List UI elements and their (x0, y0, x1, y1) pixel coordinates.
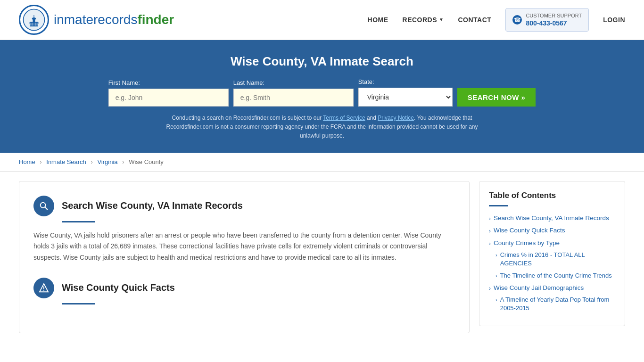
section1-title: Search Wise County, VA Inmate Records (62, 200, 243, 211)
disclaimer-text: Conducting a search on Recordsfinder.com… (157, 114, 487, 141)
svg-rect-11 (30, 24, 38, 24)
svg-rect-13 (30, 25, 38, 25)
section1-body: Wise County, VA jails hold prisoners aft… (33, 230, 455, 263)
toc-link-crimes-by-type[interactable]: › County Crimes by Type (489, 239, 615, 248)
customer-support-box: ☎ CUSTOMER SUPPORT 800-433-0567 (505, 8, 589, 32)
breadcrumb-home[interactable]: Home (19, 158, 35, 165)
toc-link-demographics[interactable]: › Wise County Jail Demographics (489, 284, 615, 293)
breadcrumb-sep3: › (122, 158, 124, 165)
section-inmate-records: Search Wise County, VA Inmate Records Wi… (33, 196, 455, 263)
sidebar: Table of Contents › Search Wise County, … (479, 181, 625, 333)
svg-rect-3 (29, 23, 39, 24)
toc-link-timeline[interactable]: › The Timeline of the County Crime Trend… (495, 272, 615, 280)
last-name-input[interactable] (233, 89, 354, 107)
chevron-right-icon: › (489, 285, 491, 293)
main-nav: HOME RECORDS ▼ CONTACT ☎ CUSTOMER SUPPOR… (368, 8, 625, 32)
search-form: First Name: Last Name: State: Virginia A… (19, 78, 625, 107)
chevron-right-icon: › (489, 227, 491, 235)
toc-sub-list-2: › A Timeline of Yearly Data Pop Total fr… (489, 296, 615, 313)
chevron-down-icon: ▼ (439, 17, 444, 22)
state-select[interactable]: Virginia Alabama Alaska Arizona Arkansas… (358, 88, 453, 107)
toc-title: Table of Contents (489, 191, 615, 200)
nav-login[interactable]: LOGIN (603, 16, 625, 24)
toc-item-4: › Wise County Jail Demographics › A Time… (489, 284, 615, 313)
toc-list: › Search Wise County, VA Inmate Records … (489, 214, 615, 313)
section-quick-facts: Wise County Quick Facts (33, 278, 455, 304)
toc-sub-item-1: › Crimes % in 2016 - TOTAL ALL AGENCIES (495, 251, 615, 268)
breadcrumb-sep2: › (91, 158, 92, 165)
search-section-icon (33, 196, 54, 216)
alert-section-icon (33, 278, 54, 298)
page-title: Wise County, VA Inmate Search (19, 54, 625, 69)
chevron-right-icon: › (489, 215, 491, 223)
toc-sub-item-2: › The Timeline of the County Crime Trend… (495, 272, 615, 280)
breadcrumb-county: Wise County (129, 158, 164, 165)
customer-support-phone: 800-433-0567 (526, 19, 582, 27)
phone-icon: ☎ (512, 15, 522, 25)
main-container: Search Wise County, VA Inmate Records Wi… (0, 172, 644, 343)
header: inmaterecordsfinder HOME RECORDS ▼ CONTA… (0, 0, 644, 40)
nav-home[interactable]: HOME (368, 16, 388, 24)
chevron-right-icon: › (495, 252, 497, 259)
breadcrumb-inmate-search[interactable]: Inmate Search (46, 158, 86, 165)
nav-contact[interactable]: CONTACT (458, 16, 491, 24)
toc-divider (489, 205, 508, 206)
breadcrumb-virginia[interactable]: Virginia (97, 158, 117, 165)
toc-sub-item-3: › A Timeline of Yearly Data Pop Total fr… (495, 296, 615, 313)
toc-link-inmate-records[interactable]: › Search Wise County, VA Inmate Records (489, 214, 615, 223)
state-group: State: Virginia Alabama Alaska Arizona A… (358, 78, 453, 107)
toc-link-crimes-2016[interactable]: › Crimes % in 2016 - TOTAL ALL AGENCIES (495, 251, 615, 268)
section2-title-row: Wise County Quick Facts (33, 278, 455, 298)
toc-item-2: › Wise County Quick Facts (489, 226, 615, 235)
toc-link-yearly-data[interactable]: › A Timeline of Yearly Data Pop Total fr… (495, 296, 615, 313)
chevron-right-icon: › (489, 240, 491, 248)
breadcrumb: Home › Inmate Search › Virginia › Wise C… (0, 153, 644, 172)
last-name-label: Last Name: (233, 79, 354, 86)
first-name-label: First Name: (108, 79, 229, 86)
toc-sub-list: › Crimes % in 2016 - TOTAL ALL AGENCIES … (489, 251, 615, 280)
section1-title-row: Search Wise County, VA Inmate Records (33, 196, 455, 216)
toc-item-3: › County Crimes by Type › Crimes % in 20… (489, 239, 615, 280)
terms-link[interactable]: Terms of Service (323, 115, 365, 121)
first-name-input[interactable] (108, 89, 229, 107)
toc-link-quick-facts[interactable]: › Wise County Quick Facts (489, 226, 615, 235)
content-area: Search Wise County, VA Inmate Records Wi… (19, 181, 470, 333)
chevron-right-icon: › (495, 272, 497, 280)
logo-text: inmaterecordsfinder (54, 12, 174, 27)
search-button[interactable]: SEARCH NOW » (457, 88, 536, 107)
toc-box: Table of Contents › Search Wise County, … (479, 181, 625, 327)
hero-banner: Wise County, VA Inmate Search First Name… (0, 40, 644, 153)
svg-line-15 (45, 207, 47, 209)
nav-records[interactable]: RECORDS ▼ (403, 16, 444, 24)
svg-rect-12 (30, 24, 38, 25)
toc-item-1: › Search Wise County, VA Inmate Records (489, 214, 615, 223)
last-name-group: Last Name: (233, 79, 354, 107)
svg-point-17 (43, 290, 44, 291)
privacy-link[interactable]: Privacy Notice (378, 115, 414, 121)
state-label: State: (358, 78, 453, 85)
section1-divider (62, 221, 95, 222)
logo-area: inmaterecordsfinder (19, 5, 174, 35)
chevron-right-icon: › (495, 296, 497, 304)
first-name-group: First Name: (108, 79, 229, 107)
logo-icon (19, 5, 49, 35)
section2-divider (62, 303, 95, 304)
breadcrumb-sep1: › (40, 158, 41, 165)
section2-title: Wise County Quick Facts (62, 282, 175, 293)
customer-support-label: CUSTOMER SUPPORT (526, 13, 582, 18)
